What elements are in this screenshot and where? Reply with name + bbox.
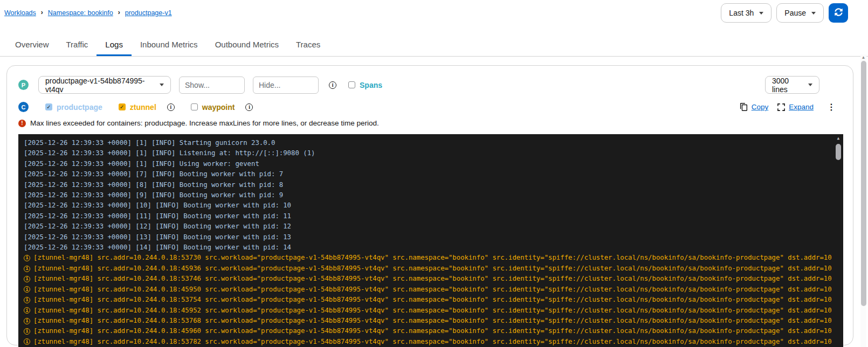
page-scrollbar[interactable]: ▲ bbox=[860, 54, 866, 347]
log-line-text: [2025-12-26 12:39:33 +0000] [7] [INFO] B… bbox=[24, 169, 283, 179]
chevron-right-icon: › bbox=[118, 9, 120, 16]
info-circle-icon: i bbox=[24, 307, 30, 314]
log-line: i[ztunnel-mgr48] src.addr=10.244.0.18:53… bbox=[24, 295, 832, 305]
log-line-text: [ztunnel-mgr48] src.addr=10.244.0.18:537… bbox=[33, 274, 832, 284]
info-circle-icon: i bbox=[24, 266, 30, 272]
log-line-text: [2025-12-26 12:39:33 +0000] [14] [INFO] … bbox=[24, 242, 291, 253]
ztunnel-checkbox[interactable]: ✓ bbox=[119, 103, 126, 110]
log-line: [2025-12-26 12:39:33 +0000] [12] [INFO] … bbox=[24, 221, 832, 232]
waypoint-label: waypoint bbox=[202, 103, 235, 112]
spans-label: Spans bbox=[360, 81, 382, 89]
log-line-text: [2025-12-26 12:39:33 +0000] [11] [INFO] … bbox=[24, 211, 291, 221]
log-scrollbar[interactable]: ▲ bbox=[835, 136, 842, 160]
log-line: [2025-12-26 12:39:33 +0000] [11] [INFO] … bbox=[24, 211, 832, 221]
time-range-value: Last 3h bbox=[729, 9, 754, 17]
container-toggle-waypoint[interactable]: waypointi bbox=[191, 103, 253, 112]
max-lines-select[interactable]: 3000 lines bbox=[765, 76, 819, 94]
productpage-label: productpage bbox=[57, 103, 102, 112]
info-circle-icon: i bbox=[24, 286, 30, 293]
tab-logs[interactable]: Logs bbox=[97, 34, 132, 56]
refresh-button[interactable] bbox=[829, 3, 848, 23]
show-filter-input[interactable] bbox=[179, 77, 245, 94]
log-line: i[ztunnel-mgr48] src.addr=10.244.0.18:45… bbox=[24, 263, 832, 274]
log-line: i[ztunnel-mgr48] src.addr=10.244.0.18:53… bbox=[24, 253, 832, 263]
log-line-text: [2025-12-26 12:39:33 +0000] [8] [INFO] B… bbox=[24, 180, 283, 190]
waypoint-checkbox[interactable] bbox=[191, 103, 198, 110]
chevron-right-icon: › bbox=[41, 9, 43, 16]
kebab-menu-icon[interactable]: ⋮ bbox=[827, 102, 836, 112]
log-line-text: [2025-12-26 12:39:33 +0000] [9] [INFO] B… bbox=[24, 190, 283, 200]
tab-inbound-metrics[interactable]: Inbound Metrics bbox=[132, 34, 206, 56]
tab-bar: Overview Traffic Logs Inbound Metrics Ou… bbox=[0, 34, 868, 57]
tab-traffic[interactable]: Traffic bbox=[58, 34, 97, 56]
tab-outbound-metrics[interactable]: Outbound Metrics bbox=[206, 34, 287, 56]
header-controls: Last 3h Pause bbox=[721, 3, 848, 23]
log-lines: [2025-12-26 12:39:33 +0000] [1] [INFO] S… bbox=[24, 138, 832, 347]
chevron-down-icon bbox=[808, 84, 812, 86]
log-line-text: [ztunnel-mgr48] src.addr=10.244.0.18:459… bbox=[33, 284, 832, 295]
waypoint-info-icon[interactable]: i bbox=[245, 103, 253, 111]
log-scrollbar-thumb[interactable] bbox=[836, 144, 841, 160]
scroll-up-icon[interactable]: ▲ bbox=[837, 136, 840, 141]
hide-filter-input[interactable] bbox=[253, 77, 319, 94]
containers-toolbar: C ✓productpage✓ztunneliwaypointi Copy Ex… bbox=[18, 102, 853, 112]
pod-badge-icon: P bbox=[18, 80, 29, 90]
log-line: [2025-12-26 12:39:33 +0000] [9] [INFO] B… bbox=[24, 190, 832, 200]
breadcrumb-workload-name[interactable]: productpage-v1 bbox=[125, 9, 172, 17]
copy-icon bbox=[740, 103, 748, 111]
log-line: [2025-12-26 12:39:33 +0000] [1] [INFO] U… bbox=[24, 159, 832, 169]
log-line-text: [ztunnel-mgr48] src.addr=10.244.0.18:537… bbox=[33, 295, 832, 305]
pod-select[interactable]: productpage-v1-54bb874995-vt4qv bbox=[38, 76, 171, 94]
breadcrumb-namespace[interactable]: Namespace: bookinfo bbox=[48, 9, 113, 17]
expand-link[interactable]: Expand bbox=[789, 103, 814, 111]
breadcrumb-workloads[interactable]: Workloads bbox=[4, 9, 36, 17]
spans-checkbox[interactable] bbox=[348, 81, 355, 88]
container-toggle-productpage[interactable]: ✓productpage bbox=[45, 103, 102, 112]
container-toggle-ztunnel[interactable]: ✓ztunneli bbox=[119, 103, 175, 112]
chevron-down-icon bbox=[811, 12, 816, 15]
tab-traces[interactable]: Traces bbox=[287, 34, 329, 56]
info-circle-icon: i bbox=[24, 276, 30, 282]
exclamation-circle-icon: ! bbox=[18, 120, 26, 127]
log-line: i[ztunnel-mgr48] src.addr=10.244.0.18:45… bbox=[24, 284, 832, 295]
chevron-down-icon bbox=[160, 84, 164, 86]
log-line: [2025-12-26 12:39:33 +0000] [14] [INFO] … bbox=[24, 242, 832, 253]
log-line: [2025-12-26 12:39:33 +0000] [13] [INFO] … bbox=[24, 232, 832, 242]
log-line: i[ztunnel-mgr48] src.addr=10.244.0.18:45… bbox=[24, 306, 832, 316]
pod-select-value: productpage-v1-54bb874995-vt4qv bbox=[45, 77, 154, 94]
log-line-text: [ztunnel-mgr48] src.addr=10.244.0.18:459… bbox=[33, 326, 832, 336]
log-line-text: [ztunnel-mgr48] src.addr=10.244.0.18:537… bbox=[33, 337, 832, 347]
log-line: [2025-12-26 12:39:33 +0000] [1] [INFO] L… bbox=[24, 148, 832, 158]
container-checkbox-list: ✓productpage✓ztunneliwaypointi bbox=[45, 103, 253, 112]
page-scrollbar-thumb[interactable] bbox=[861, 61, 866, 306]
scroll-up-icon[interactable]: ▲ bbox=[860, 54, 866, 61]
warning-text: Max lines exceeded for containers: produ… bbox=[30, 119, 379, 127]
log-line-text: [2025-12-26 12:39:33 +0000] [10] [INFO] … bbox=[24, 200, 291, 211]
log-line-text: [ztunnel-mgr48] src.addr=10.244.0.18:537… bbox=[33, 253, 832, 263]
log-actions: Copy Expand ⋮ bbox=[740, 102, 836, 112]
info-circle-icon: i bbox=[24, 318, 30, 324]
log-line: [2025-12-26 12:39:33 +0000] [1] [INFO] S… bbox=[24, 138, 832, 148]
log-line-text: [2025-12-26 12:39:33 +0000] [1] [INFO] S… bbox=[24, 138, 275, 148]
tab-overview[interactable]: Overview bbox=[6, 34, 58, 56]
log-viewer[interactable]: [2025-12-26 12:39:33 +0000] [1] [INFO] S… bbox=[18, 134, 843, 347]
log-line-text: [ztunnel-mgr48] src.addr=10.244.0.18:459… bbox=[33, 306, 832, 316]
info-circle-icon: i bbox=[24, 328, 30, 335]
log-line: [2025-12-26 12:39:33 +0000] [10] [INFO] … bbox=[24, 200, 832, 211]
max-lines-value: 3000 lines bbox=[772, 77, 803, 94]
ztunnel-info-icon[interactable]: i bbox=[167, 103, 175, 111]
log-line-text: [ztunnel-mgr48] src.addr=10.244.0.18:537… bbox=[33, 316, 832, 326]
refresh-interval-value: Pause bbox=[784, 9, 806, 17]
log-line: i[ztunnel-mgr48] src.addr=10.244.0.18:53… bbox=[24, 274, 832, 284]
refresh-icon bbox=[835, 8, 843, 18]
info-circle-icon: i bbox=[24, 255, 30, 261]
filter-info-icon[interactable]: i bbox=[329, 81, 336, 89]
refresh-interval-dropdown[interactable]: Pause bbox=[776, 3, 824, 23]
log-line: i[ztunnel-mgr48] src.addr=10.244.0.18:45… bbox=[24, 326, 832, 336]
log-line-text: [2025-12-26 12:39:33 +0000] [1] [INFO] L… bbox=[24, 148, 315, 158]
time-range-dropdown[interactable]: Last 3h bbox=[721, 3, 771, 23]
copy-link[interactable]: Copy bbox=[752, 103, 769, 111]
log-line: [2025-12-26 12:39:33 +0000] [8] [INFO] B… bbox=[24, 180, 832, 190]
log-line: i[ztunnel-mgr48] src.addr=10.244.0.18:53… bbox=[24, 316, 832, 326]
productpage-checkbox[interactable]: ✓ bbox=[45, 103, 52, 110]
